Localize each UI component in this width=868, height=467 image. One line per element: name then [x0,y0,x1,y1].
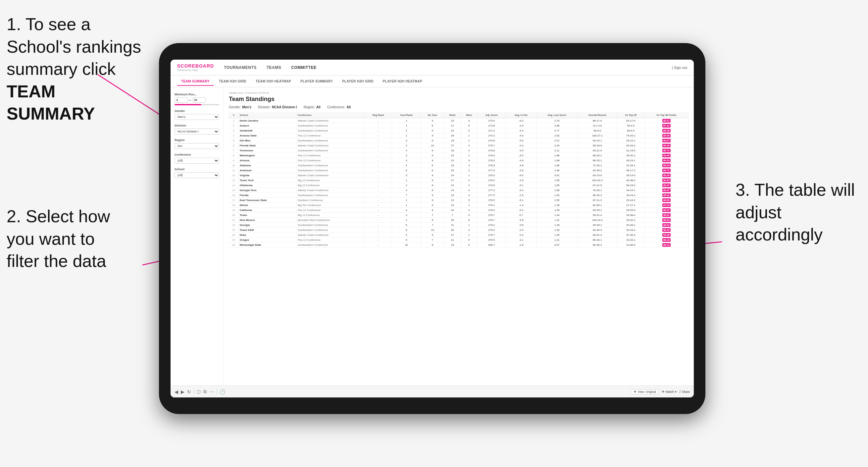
cell-reg-rank: - [365,163,392,168]
toolbar-clock[interactable]: 🕐 [220,389,225,395]
cell-school: Alabama [239,163,297,168]
toolbar-view-button[interactable]: 👁 View: Original [630,389,659,395]
gender-select[interactable]: Men's [175,114,219,120]
toolbar-share-icon[interactable]: ⬡ [197,389,201,395]
toolbar-more[interactable]: ⋯ [209,389,214,395]
conference-select[interactable]: (All) [175,158,219,164]
cell-overall: 72-30-1 [578,163,617,168]
cell-no-tour: 8 [421,168,444,173]
toolbar-reload[interactable]: ↻ [187,389,191,395]
cell-pts: 87.21 [645,123,688,128]
cell-wins: 3 [461,163,477,168]
toolbar-watch-button[interactable]: 👁 Watch ▾ [662,390,677,394]
cell-conference: Atlantic Coast Conference [297,118,365,123]
toolbar-back[interactable]: ◀ [175,389,178,395]
table-row: 17 East Tennessee State Southern Confere… [229,198,688,203]
cell-overall: 90-51-2 [578,232,617,238]
cell-conference: Pac-12 Conference [297,133,365,138]
step2-line3: filter the data [7,251,106,271]
cell-rnds: 23 [444,203,461,208]
toolbar-share-button[interactable]: ⤴ Share [679,390,690,394]
table-row: 11 Arkansas Southeastern Conference - 6 … [229,168,688,173]
cell-no-tour: 8 [421,153,444,158]
cell-reg-rank: - [365,198,392,203]
cell-rnds: 23 [444,118,461,123]
nav-tournaments[interactable]: TOURNAMENTS [224,64,257,71]
cell-rnds: 27 [444,123,461,128]
toolbar-forward[interactable]: ▶ [181,389,184,395]
cell-rnds: 27 [444,178,461,183]
cell-vs25: 66-6-0 [617,128,645,133]
cell-school: Georgia Tech [239,188,297,193]
tab-team-h2h-heatmap[interactable]: TEAM H2H HEATMAP [252,77,295,86]
cell-no-tour: 7 [421,223,444,227]
cell-no-tour: 8 [421,158,444,163]
cell-overall: 80-25-2 [578,193,617,198]
step3-text: 3. The table will adjust accordingly [736,180,855,244]
division-select[interactable]: NCAA Division I [175,128,219,134]
cell-conference: Southeastern Conference [297,148,365,153]
sign-out-button[interactable]: | Sign out [672,66,687,69]
cell-avg-par: -6.0 [506,173,536,178]
tab-team-h2h-grid[interactable]: TEAM H2H GRID [215,77,250,86]
nav-committee[interactable]: COMMITTEE [291,64,317,71]
cell-rnds: 24 [444,173,461,178]
cell-wins: 5 [461,198,477,203]
cell-rank: 23 [229,227,239,232]
region-select[interactable]: N/A [175,143,219,149]
col-wins: Wins [461,112,477,118]
table-row: 22 Georgia Southeastern Conference - 8 7… [229,223,688,227]
max-input[interactable] [192,97,206,103]
cell-conf-rank: 2 [392,183,421,188]
table-row: 25 Oregon Pac-12 Conference - 5 7 21 0 2… [229,238,688,243]
gender-label: Gender [175,109,219,113]
cell-overall: 83-15-0 [578,173,617,178]
toolbar-copy[interactable]: ⧉ [203,389,207,395]
slider-track[interactable] [175,104,219,105]
table-row: 13 Texas Tech Big 12 Conference - 1 9 27… [229,178,688,183]
tab-player-h2h-grid[interactable]: PLAYER H2H GRID [338,77,377,86]
cell-rnds: 26 [444,133,461,138]
cell-wins: 4 [461,143,477,148]
tab-team-summary[interactable]: TEAM SUMMARY [177,77,214,86]
cell-pts: 80.45 [645,173,688,178]
cell-avg-par: -2.0 [506,227,536,232]
cell-rank: 12 [229,173,239,178]
nav-teams[interactable]: TEAMS [267,64,281,71]
cell-conference: Big 12 Conference [297,213,365,218]
tab-player-summary[interactable]: PLAYER SUMMARY [297,77,337,86]
cell-overall: 117-4-0 [578,123,617,128]
min-input[interactable] [175,97,188,103]
school-select[interactable]: (All) [175,172,219,178]
cell-reg-rank: - [365,203,392,208]
cell-wins: 2 [461,148,477,153]
cell-rank: 7 [229,148,239,153]
cell-overall: 104-42-3 [578,178,617,183]
cell-vs25: 44-24-1 [617,188,645,193]
cell-avg-low: 1.85 [536,183,578,188]
cell-rnds: 21 [444,223,461,227]
cell-school: North Carolina [239,118,297,123]
cell-school: California [239,208,297,213]
table-row: 1 North Carolina Atlantic Coast Conferen… [229,118,688,123]
cell-pts: 88.13 [645,243,688,247]
cell-conf-rank: 3 [392,138,421,143]
cell-pts: 83.27 [645,138,688,143]
cell-conf-rank: 10 [392,243,421,247]
tab-player-h2h-heatmap[interactable]: PLAYER H2H HEATMAP [379,77,426,86]
cell-wins: 0 [461,213,477,218]
minimum-rounds-label: Minimum Rou... [175,93,219,96]
cell-school: Oregon [239,238,297,243]
table-row: 6 Florida State Atlantic Coast Conferenc… [229,143,688,148]
cell-rnds: 24 [444,208,461,213]
cell-wins: 8 [461,218,477,223]
cell-rnds: 26 [444,218,461,223]
table-row: 23 Texas A&M Southeastern Conference - 9… [229,227,688,232]
cell-adj-score: 278.5 [477,198,506,203]
cell-school: Arkansas [239,168,297,173]
cell-avg-par: -0.4 [506,232,536,238]
cell-pts: 85.58 [645,133,688,138]
cell-reg-rank: - [365,193,392,198]
cell-conf-rank: 5 [392,238,421,243]
table-row: 12 Virginia Atlantic Coast Conference - … [229,173,688,178]
